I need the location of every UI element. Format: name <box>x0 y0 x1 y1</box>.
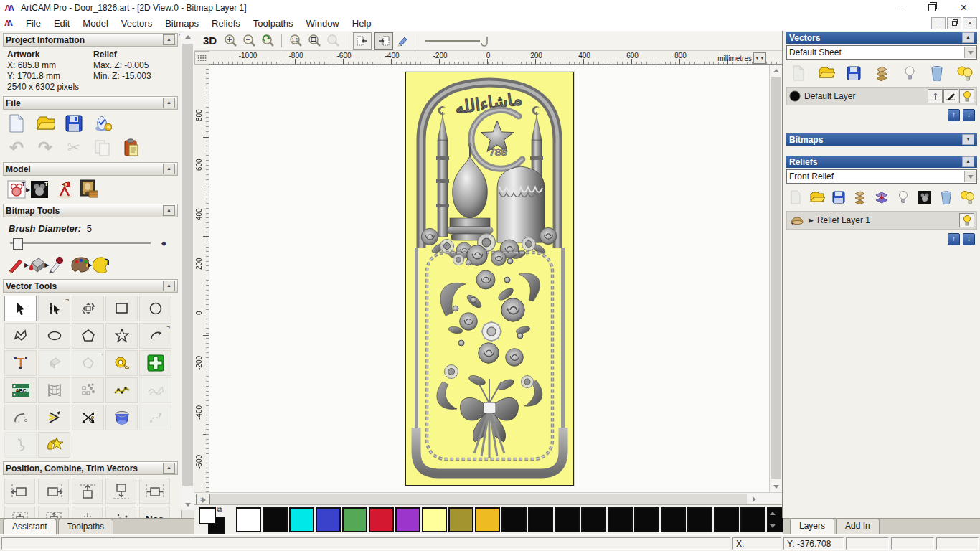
menu-item[interactable]: File <box>19 17 47 30</box>
vector-layer-row[interactable]: Default Layer <box>786 87 977 105</box>
load-image-icon[interactable] <box>79 180 98 199</box>
relief-visibility-button[interactable] <box>959 213 974 227</box>
open-file-icon[interactable] <box>36 114 55 133</box>
contrast-slider[interactable] <box>424 33 493 49</box>
paste-text-along-curve-tool[interactable]: ABC <box>4 377 37 403</box>
extrude-tool[interactable] <box>105 405 138 430</box>
cut-icon[interactable]: ✂ <box>65 138 83 157</box>
center-in-page-tool[interactable] <box>4 507 35 518</box>
palette-swatch[interactable] <box>236 507 261 532</box>
collapse-button[interactable]: ▲ <box>163 205 175 216</box>
collapse-button[interactable]: ▲ <box>163 34 175 45</box>
move-relief-up-button[interactable]: ↑ <box>948 233 960 245</box>
menu-item[interactable]: Model <box>76 17 114 30</box>
palette-swatch[interactable] <box>263 507 288 532</box>
fit-curve-tool[interactable] <box>139 405 171 430</box>
restore-button[interactable] <box>915 0 948 16</box>
ruler-origin-button[interactable] <box>194 51 209 65</box>
scroll-down-button[interactable] <box>182 499 194 510</box>
menu-item[interactable]: Bitmaps <box>159 17 205 30</box>
bisector-tool[interactable] <box>38 405 70 430</box>
align-bottom-tool[interactable] <box>105 479 136 504</box>
all-reliefs-visibility-icon[interactable] <box>959 189 976 206</box>
transform-vectors-tool[interactable] <box>72 296 104 321</box>
section-tool[interactable] <box>4 432 37 458</box>
next-bitmap-layer-button[interactable] <box>374 32 393 50</box>
palette-swatch[interactable] <box>316 507 341 532</box>
center-in-page-2-tool[interactable] <box>38 507 69 518</box>
snap-layer-button[interactable] <box>943 89 958 103</box>
palette-swatch[interactable] <box>740 507 765 532</box>
measure-tool[interactable] <box>105 350 138 376</box>
block-paste-tool[interactable] <box>72 377 104 403</box>
copy-icon[interactable] <box>93 138 112 157</box>
palette-swatch[interactable] <box>475 507 500 532</box>
trim-vectors-tool[interactable] <box>72 405 104 430</box>
collapse-button[interactable]: ▲ <box>163 463 175 474</box>
wrap-vectors-tool[interactable] <box>38 432 70 458</box>
save-relief-layer-icon[interactable] <box>830 189 847 206</box>
menu-item[interactable]: Vectors <box>115 17 159 30</box>
scrollbar-thumb[interactable] <box>182 44 193 486</box>
new-vector-layer-icon[interactable] <box>790 65 807 82</box>
doc-close-button[interactable]: × <box>963 17 977 29</box>
open-vector-layer-icon[interactable] <box>818 65 835 82</box>
minimize-button[interactable]: – <box>883 0 915 16</box>
tab-toolpaths[interactable]: Toolpaths <box>58 519 113 534</box>
colour-link-icon[interactable]: ⧉ <box>217 505 222 514</box>
canvas-horizontal-scrollbar[interactable]: ⁞ <box>194 492 782 505</box>
slider-thumb[interactable] <box>13 238 23 250</box>
redo-icon[interactable]: ↷ <box>36 138 55 157</box>
palette-swatch[interactable] <box>289 507 314 532</box>
select-vectors-tool[interactable] <box>4 296 37 321</box>
tab-assistant[interactable]: Assistant <box>3 519 57 534</box>
canvas-vertical-scrollbar[interactable] <box>769 65 782 492</box>
zoom-out-icon[interactable] <box>241 33 257 49</box>
merge-relief-layers-icon[interactable] <box>852 189 869 206</box>
menu-item[interactable]: Help <box>346 17 378 30</box>
paint-icon[interactable] <box>7 255 26 274</box>
move-relief-down-button[interactable]: ↓ <box>963 233 975 245</box>
new-relief-layer-icon[interactable] <box>787 189 804 206</box>
zoom-object-icon[interactable] <box>325 33 341 49</box>
palette-swatch[interactable] <box>448 507 473 532</box>
collapse-button[interactable]: ▲ <box>163 281 175 291</box>
palette-scroll-up-button[interactable] <box>766 507 779 519</box>
open-relief-layer-icon[interactable] <box>809 189 826 206</box>
pour-vector-tool[interactable] <box>38 350 70 376</box>
doc-minimize-button[interactable]: – <box>931 17 946 29</box>
flood-fill-icon[interactable] <box>27 255 46 274</box>
lighting-icon[interactable] <box>55 180 73 199</box>
primary-secondary-colour-selector[interactable]: ⧉ <box>199 507 230 533</box>
canvas-viewport[interactable]: ماشاءالله 786 <box>209 65 770 492</box>
menu-item[interactable]: Toolpaths <box>247 17 300 30</box>
tab-add-in[interactable]: Add In <box>836 518 880 534</box>
palette-swatch[interactable] <box>661 507 686 532</box>
scrollbar-track[interactable] <box>210 494 747 504</box>
envelope-distortion-tool[interactable] <box>38 377 70 403</box>
create-circle-tool[interactable] <box>139 296 171 321</box>
collapse-button[interactable]: ▲ <box>962 156 974 167</box>
palette-swatch[interactable] <box>555 507 580 532</box>
collapse-button[interactable]: ▲ <box>962 32 974 43</box>
layer-visibility-button[interactable] <box>959 89 974 103</box>
greyscale-preview-icon[interactable]: T <box>30 180 49 199</box>
tab-layers[interactable]: Layers <box>790 518 834 534</box>
node-editing-tool[interactable]: ¬ <box>38 296 70 321</box>
menu-item[interactable]: Edit <box>47 17 76 30</box>
palette-swatch[interactable] <box>581 507 606 532</box>
collapse-button[interactable]: ▲ <box>163 164 175 174</box>
offset-vector-tool[interactable]: ¬ <box>72 350 104 376</box>
previous-bitmap-layer-button[interactable] <box>353 32 372 50</box>
expand-button[interactable]: ▼ <box>962 134 974 145</box>
align-right-tool[interactable] <box>38 479 69 504</box>
paste-along-vector-tool[interactable]: ¬ <box>72 507 103 518</box>
stack-relief-icon[interactable] <box>873 189 890 206</box>
move-layer-down-button[interactable]: ↓ <box>963 109 975 121</box>
doc-restore-button[interactable] <box>947 17 961 29</box>
fillet-tool[interactable] <box>4 405 37 430</box>
palette-swatch[interactable] <box>369 507 394 532</box>
relief-visibility-icon[interactable] <box>895 189 912 206</box>
zoom-previous-icon[interactable] <box>260 33 275 49</box>
menu-item[interactable]: Reliefs <box>205 17 247 30</box>
